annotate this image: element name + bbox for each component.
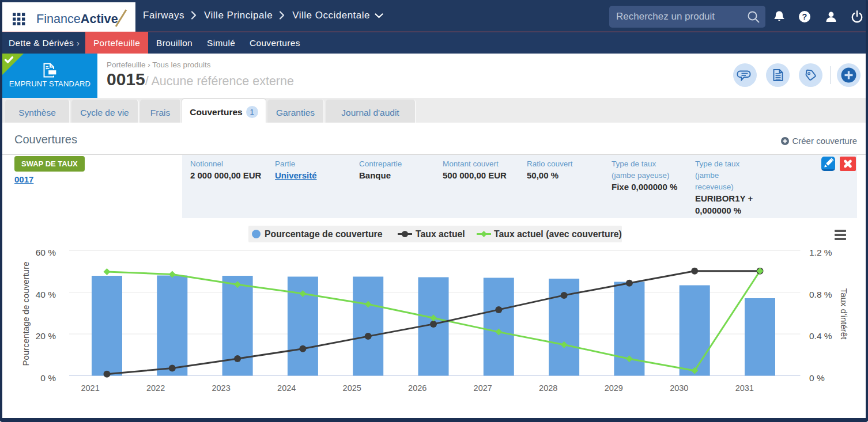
svg-text:?: ? (802, 12, 807, 21)
svg-text:0 %: 0 % (809, 373, 825, 383)
svg-text:2029: 2029 (605, 383, 623, 393)
svg-text:2023: 2023 (212, 383, 230, 393)
svg-text:60 %: 60 % (36, 248, 56, 257)
svg-text:Taux actuel (avec couverture): Taux actuel (avec couverture) (494, 229, 622, 239)
svg-text:2028: 2028 (539, 383, 557, 393)
svg-text:0.4 %: 0.4 % (809, 331, 832, 341)
svg-text:20 %: 20 % (36, 331, 56, 341)
svg-text:2026: 2026 (408, 383, 427, 393)
svg-text:40 %: 40 % (36, 290, 56, 299)
svg-text:2024: 2024 (277, 383, 296, 393)
svg-text:Pourcentage de couverture: Pourcentage de couverture (265, 229, 383, 239)
svg-text:2022: 2022 (146, 383, 165, 393)
svg-text:2031: 2031 (735, 383, 754, 393)
svg-text:Taux actuel: Taux actuel (416, 229, 465, 239)
svg-text:0.8 %: 0.8 % (809, 290, 832, 299)
svg-text:2030: 2030 (670, 383, 688, 393)
svg-text:2027: 2027 (474, 383, 492, 393)
svg-text:2021: 2021 (81, 383, 99, 393)
svg-text:0 %: 0 % (40, 373, 56, 383)
svg-text:2025: 2025 (343, 383, 361, 393)
svg-text:1.2 %: 1.2 % (809, 248, 832, 257)
svg-text:Taux d'intérêt: Taux d'intérêt (839, 288, 849, 340)
svg-text:Pourcentage de couverture: Pourcentage de couverture (21, 262, 31, 366)
